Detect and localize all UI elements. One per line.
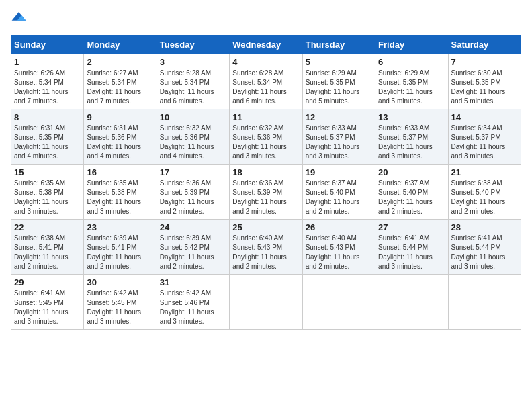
calendar-day-cell: 16 Sunrise: 6:35 AM Sunset: 5:38 PM Dayl…	[84, 165, 157, 220]
daylight-label: Daylight: 11 hours and 3 minutes.	[14, 198, 69, 215]
day-number: 2	[87, 57, 153, 67]
day-info: Sunrise: 6:28 AM Sunset: 5:34 PM Dayligh…	[232, 68, 299, 106]
daylight-label: Daylight: 11 hours and 3 minutes.	[160, 308, 214, 325]
calendar-day-cell: 11 Sunrise: 6:32 AM Sunset: 5:36 PM Dayl…	[230, 109, 302, 165]
calendar-day-cell: 31 Sunrise: 6:42 AM Sunset: 5:46 PM Dayl…	[157, 275, 229, 330]
calendar-day-cell: 10 Sunrise: 6:32 AM Sunset: 5:36 PM Dayl…	[157, 109, 229, 165]
sunset-label: Sunset: 5:37 PM	[451, 134, 501, 141]
calendar-table: SundayMondayTuesdayWednesdayThursdayFrid…	[11, 35, 521, 330]
day-of-week-header: Wednesday	[230, 36, 302, 54]
daylight-label: Daylight: 11 hours and 3 minutes.	[14, 308, 69, 325]
day-info: Sunrise: 6:30 AM Sunset: 5:35 PM Dayligh…	[451, 68, 518, 106]
calendar-day-cell: 26 Sunrise: 6:40 AM Sunset: 5:43 PM Dayl…	[302, 220, 375, 275]
sunset-label: Sunset: 5:45 PM	[14, 299, 64, 306]
sunrise-label: Sunrise: 6:28 AM	[160, 69, 211, 77]
day-info: Sunrise: 6:39 AM Sunset: 5:42 PM Dayligh…	[160, 234, 226, 271]
day-info: Sunrise: 6:33 AM Sunset: 5:37 PM Dayligh…	[378, 124, 445, 161]
calendar-day-cell: 6 Sunrise: 6:29 AM Sunset: 5:35 PM Dayli…	[375, 54, 448, 109]
day-info: Sunrise: 6:41 AM Sunset: 5:45 PM Dayligh…	[14, 289, 81, 326]
day-info: Sunrise: 6:29 AM Sunset: 5:35 PM Dayligh…	[378, 68, 445, 106]
day-number: 30	[87, 277, 153, 287]
day-number: 17	[160, 167, 226, 177]
daylight-label: Daylight: 11 hours and 3 minutes.	[378, 143, 433, 160]
sunrise-label: Sunrise: 6:37 AM	[378, 179, 429, 187]
sunset-label: Sunset: 5:40 PM	[451, 189, 501, 196]
sunset-label: Sunset: 5:39 PM	[160, 189, 210, 196]
calendar-day-cell: 1 Sunrise: 6:26 AM Sunset: 5:34 PM Dayli…	[11, 54, 84, 109]
day-info: Sunrise: 6:32 AM Sunset: 5:36 PM Dayligh…	[160, 124, 226, 161]
daylight-label: Daylight: 11 hours and 4 minutes.	[87, 143, 141, 160]
sunrise-label: Sunrise: 6:32 AM	[160, 124, 211, 132]
day-number: 4	[232, 57, 299, 67]
day-number: 25	[232, 222, 299, 232]
sunrise-label: Sunrise: 6:32 AM	[232, 124, 283, 132]
calendar-day-cell: 18 Sunrise: 6:36 AM Sunset: 5:39 PM Dayl…	[230, 165, 302, 220]
day-info: Sunrise: 6:34 AM Sunset: 5:37 PM Dayligh…	[451, 124, 518, 161]
day-info: Sunrise: 6:40 AM Sunset: 5:43 PM Dayligh…	[306, 234, 372, 271]
day-number: 9	[87, 112, 153, 122]
day-info: Sunrise: 6:42 AM Sunset: 5:46 PM Dayligh…	[160, 289, 226, 326]
daylight-label: Daylight: 11 hours and 3 minutes.	[451, 143, 506, 160]
sunset-label: Sunset: 5:35 PM	[306, 79, 355, 86]
sunset-label: Sunset: 5:36 PM	[160, 134, 210, 141]
calendar-day-cell: 24 Sunrise: 6:39 AM Sunset: 5:42 PM Dayl…	[157, 220, 229, 275]
sunrise-label: Sunrise: 6:31 AM	[14, 124, 65, 132]
sunset-label: Sunset: 5:44 PM	[378, 244, 428, 251]
sunrise-label: Sunrise: 6:34 AM	[451, 124, 502, 132]
logo	[11, 11, 30, 27]
day-info: Sunrise: 6:35 AM Sunset: 5:38 PM Dayligh…	[87, 179, 153, 216]
sunrise-label: Sunrise: 6:42 AM	[160, 289, 211, 297]
day-number: 14	[451, 112, 518, 122]
calendar-day-cell: 30 Sunrise: 6:42 AM Sunset: 5:45 PM Dayl…	[84, 275, 157, 330]
day-number: 29	[14, 277, 81, 287]
daylight-label: Daylight: 11 hours and 3 minutes.	[306, 143, 360, 160]
day-number: 20	[378, 167, 445, 177]
day-info: Sunrise: 6:28 AM Sunset: 5:34 PM Dayligh…	[160, 68, 226, 106]
calendar-day-cell: 19 Sunrise: 6:37 AM Sunset: 5:40 PM Dayl…	[302, 165, 375, 220]
empty-cell	[230, 275, 302, 330]
day-number: 22	[14, 222, 81, 232]
day-number: 10	[160, 112, 226, 122]
daylight-label: Daylight: 11 hours and 7 minutes.	[87, 88, 141, 105]
day-info: Sunrise: 6:32 AM Sunset: 5:36 PM Dayligh…	[232, 124, 299, 161]
sunrise-label: Sunrise: 6:35 AM	[87, 179, 138, 187]
day-number: 6	[378, 57, 445, 67]
calendar-day-cell: 13 Sunrise: 6:33 AM Sunset: 5:37 PM Dayl…	[375, 109, 448, 165]
day-of-week-header: Friday	[375, 36, 448, 54]
day-info: Sunrise: 6:29 AM Sunset: 5:35 PM Dayligh…	[306, 68, 372, 106]
calendar-day-cell: 17 Sunrise: 6:36 AM Sunset: 5:39 PM Dayl…	[157, 165, 229, 220]
day-number: 28	[451, 222, 518, 232]
sunset-label: Sunset: 5:35 PM	[14, 134, 64, 141]
day-number: 5	[306, 57, 372, 67]
daylight-label: Daylight: 11 hours and 2 minutes.	[232, 253, 287, 270]
calendar-day-cell: 14 Sunrise: 6:34 AM Sunset: 5:37 PM Dayl…	[448, 109, 521, 165]
sunrise-label: Sunrise: 6:27 AM	[87, 69, 138, 77]
sunset-label: Sunset: 5:34 PM	[14, 79, 64, 86]
day-info: Sunrise: 6:38 AM Sunset: 5:40 PM Dayligh…	[451, 179, 518, 216]
day-info: Sunrise: 6:37 AM Sunset: 5:40 PM Dayligh…	[306, 179, 372, 216]
day-info: Sunrise: 6:37 AM Sunset: 5:40 PM Dayligh…	[378, 179, 445, 216]
calendar-day-cell: 21 Sunrise: 6:38 AM Sunset: 5:40 PM Dayl…	[448, 165, 521, 220]
sunset-label: Sunset: 5:43 PM	[232, 244, 282, 251]
sunset-label: Sunset: 5:42 PM	[160, 244, 210, 251]
daylight-label: Daylight: 11 hours and 2 minutes.	[14, 253, 69, 270]
day-number: 1	[14, 57, 81, 67]
day-number: 8	[14, 112, 81, 122]
sunrise-label: Sunrise: 6:39 AM	[87, 234, 138, 242]
daylight-label: Daylight: 11 hours and 2 minutes.	[378, 198, 433, 215]
calendar-day-cell: 2 Sunrise: 6:27 AM Sunset: 5:34 PM Dayli…	[84, 54, 157, 109]
sunset-label: Sunset: 5:37 PM	[378, 134, 428, 141]
sunset-label: Sunset: 5:38 PM	[87, 189, 136, 196]
calendar-day-cell: 9 Sunrise: 6:31 AM Sunset: 5:36 PM Dayli…	[84, 109, 157, 165]
day-number: 3	[160, 57, 226, 67]
sunset-label: Sunset: 5:45 PM	[87, 299, 136, 306]
header	[11, 11, 521, 27]
calendar-day-cell: 12 Sunrise: 6:33 AM Sunset: 5:37 PM Dayl…	[302, 109, 375, 165]
sunrise-label: Sunrise: 6:38 AM	[14, 234, 65, 242]
calendar-day-cell: 5 Sunrise: 6:29 AM Sunset: 5:35 PM Dayli…	[302, 54, 375, 109]
sunset-label: Sunset: 5:38 PM	[14, 189, 64, 196]
sunrise-label: Sunrise: 6:41 AM	[451, 234, 502, 242]
day-of-week-header: Thursday	[302, 36, 375, 54]
daylight-label: Daylight: 11 hours and 3 minutes.	[232, 143, 287, 160]
day-number: 12	[306, 112, 372, 122]
